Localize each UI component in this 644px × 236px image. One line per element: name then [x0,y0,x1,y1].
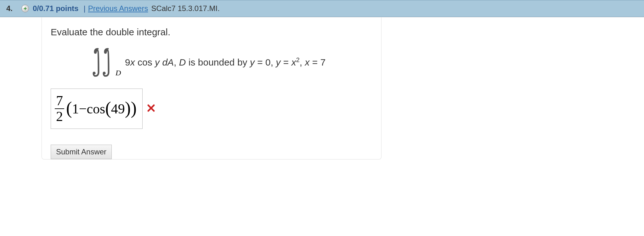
points-text: 0/0.71 points [33,4,78,13]
answer-row: 7 2 ( 1 − cos ( 49 ) ) [51,89,372,129]
answer-input-box[interactable]: 7 2 ( 1 − cos ( 49 ) ) [51,89,143,129]
fraction-denominator: 2 [55,109,64,124]
problem-code: SCalc7 15.3.017.MI. [151,4,219,13]
question-header: 4. + 0/0.71 points | Previous Answers SC… [0,0,644,17]
fraction-numerator: 7 [55,94,64,108]
expand-icon[interactable]: + [21,5,29,12]
fraction: 7 2 [55,94,64,124]
question-prompt: Evaluate the double integral. [51,27,372,37]
answer-expression: ( 1 − cos ( 49 ) ) [66,100,137,118]
header-divider: | [83,4,85,13]
submit-answer-button[interactable]: Submit Answer [51,145,112,159]
integral-region-label: D [116,69,121,77]
double-integral-icon: D [92,46,122,78]
submit-row: Submit Answer [51,145,372,159]
question-content: Evaluate the double integral. D 9x cos y… [42,17,381,159]
question-number: 4. [6,4,13,13]
incorrect-icon [147,104,155,113]
previous-answers-link[interactable]: Previous Answers [88,4,148,13]
integrand-text: 9x cos y dA, D is bounded by y = 0, y = … [125,56,325,68]
integral-expression: D 9x cos y dA, D is bounded by y = 0, y … [92,46,372,78]
